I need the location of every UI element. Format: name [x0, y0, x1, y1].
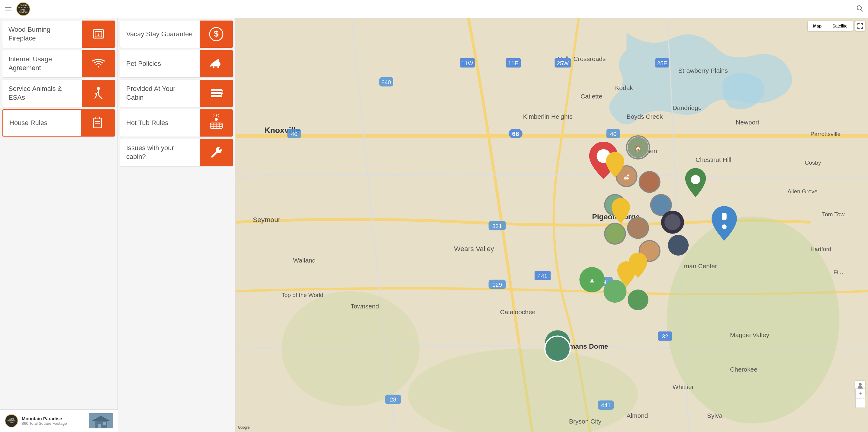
map-pin-photo-7[interactable] [604, 223, 625, 244]
svg-text:11W: 11W [462, 60, 473, 66]
cabin-card[interactable]: AUSTINMCBEAN'SCABIN Mountain Paradise 86… [0, 409, 118, 432]
zoom-in-button[interactable]: + [855, 389, 865, 398]
svg-text:640: 640 [381, 79, 391, 86]
svg-text:🏠: 🏠 [634, 145, 642, 152]
menu-item-label: Internet Usage Agreement [2, 50, 82, 78]
svg-text:Walland: Walland [293, 257, 316, 264]
map-pin-photo-6[interactable] [628, 217, 648, 238]
svg-text:40: 40 [610, 131, 616, 137]
menu-item-label: Vacay Stay Guarantee [120, 21, 199, 48]
zoom-out-button[interactable]: − [855, 398, 865, 408]
map-pin-green-2[interactable]: ▲ [579, 267, 604, 292]
map-zoom-controls: + − [855, 389, 865, 408]
left-panel: Wood Burning Fireplace Internet Usage Ag… [0, 18, 118, 432]
svg-text:Bryson City: Bryson City [569, 418, 601, 425]
svg-text:▲: ▲ [589, 276, 596, 284]
svg-point-20 [215, 118, 218, 121]
svg-text:Boyds Creek: Boyds Creek [626, 113, 663, 120]
svg-text:32: 32 [662, 333, 668, 340]
svg-point-107 [691, 175, 700, 184]
map-pin-green-6[interactable] [545, 336, 570, 361]
menu-item-label: Hot Tub Rules [120, 110, 199, 136]
svg-text:66: 66 [512, 130, 519, 137]
svg-text:Cosby: Cosby [805, 159, 821, 166]
svg-text:28: 28 [390, 396, 396, 403]
svg-text:Fi...: Fi... [834, 269, 843, 275]
svg-text:Almond: Almond [626, 412, 648, 419]
svg-point-104 [628, 217, 648, 238]
svg-text:321: 321 [492, 223, 502, 229]
svg-point-118 [668, 235, 689, 255]
cabin-card-info: Mountain Paradise 860 Total Square Foota… [22, 416, 85, 426]
map-fullscreen-button[interactable] [855, 21, 865, 31]
map-toggle-map[interactable]: Map [808, 21, 827, 31]
svg-point-119 [859, 383, 862, 386]
svg-text:Allen Grove: Allen Grove [787, 188, 817, 194]
wifi-icon [82, 50, 115, 78]
svg-rect-123 [98, 424, 101, 428]
svg-text:40: 40 [291, 131, 298, 137]
svg-text:🏕: 🏕 [624, 174, 630, 180]
cabin-card-subtitle: 860 Total Square Footage [22, 421, 85, 426]
right-area: Vacay Stay Guarantee $ Pet Policies [118, 18, 868, 432]
menu-item-hot-tub-rules[interactable]: Hot Tub Rules [120, 110, 233, 136]
svg-text:441: 441 [538, 273, 548, 279]
logo-container[interactable]: AUSTIN MCBEAN'S CABIN RENTALS [16, 2, 30, 16]
menu-item-label: Pet Policies [120, 50, 199, 78]
menu-item-service-animals-esas[interactable]: Service Animals & ESAs [2, 80, 115, 107]
cabin-card-logo: AUSTINMCBEAN'SCABIN [5, 414, 18, 428]
map-pin-photo-4[interactable] [639, 172, 660, 192]
menu-item-label: Service Animals & ESAs [2, 80, 82, 107]
menu-item-internet-usage-agreement[interactable]: Internet Usage Agreement [2, 50, 115, 78]
svg-text:Whittier: Whittier [673, 383, 694, 390]
map-panel: Knoxville Pigeon Forge Seymour Walland W… [236, 18, 868, 432]
map-background: Knoxville Pigeon Forge Seymour Walland W… [236, 18, 868, 432]
svg-text:Parrottsville: Parrottsville [811, 131, 840, 137]
menu-item-pet-policies[interactable]: Pet Policies [120, 50, 233, 78]
svg-text:11E: 11E [508, 60, 519, 66]
svg-text:Top of the World: Top of the World [281, 292, 323, 298]
svg-text:Hartford: Hartford [811, 246, 832, 252]
stack-icon [199, 80, 233, 107]
map-pin-photo-1[interactable]: 🏠 [626, 136, 649, 159]
menu-item-provided-at-your-cabin[interactable]: Provided At Your Cabin [120, 80, 233, 107]
cabin-card-image [89, 413, 113, 428]
dog-icon [199, 50, 233, 78]
svg-text:Dandridge: Dandridge [673, 104, 702, 111]
svg-point-110 [603, 280, 626, 303]
search-icon[interactable] [856, 4, 863, 13]
svg-text:Cataloochee: Cataloochee [500, 308, 536, 315]
map-pin-dark-1[interactable] [661, 211, 684, 234]
menu-item-wood-burning-fireplace[interactable]: Wood Burning Fireplace [2, 21, 115, 48]
svg-rect-124 [103, 422, 106, 425]
menu-item-issues-with-cabin[interactable]: Issues with your cabin? [120, 139, 233, 166]
wrench-icon [199, 139, 233, 166]
svg-point-102 [639, 172, 660, 192]
map-pin-green-3[interactable] [603, 280, 626, 303]
fireplace-icon [82, 21, 115, 48]
header-left: AUSTIN MCBEAN'S CABIN RENTALS [5, 2, 30, 16]
svg-point-117 [664, 214, 680, 230]
hamburger-menu-icon[interactable] [5, 7, 11, 11]
svg-text:Wears Valley: Wears Valley [454, 245, 494, 252]
menu-item-label: House Rules [3, 110, 81, 136]
menu-item-house-rules[interactable]: House Rules [2, 110, 115, 136]
app-header: AUSTIN MCBEAN'S CABIN RENTALS [0, 0, 868, 18]
map-pin-dark-2[interactable] [668, 235, 689, 255]
menu-item-vacay-stay-guarantee[interactable]: Vacay Stay Guarantee $ [120, 21, 233, 48]
svg-text:Cherokee: Cherokee [730, 366, 757, 373]
svg-point-115 [722, 224, 726, 229]
svg-point-105 [604, 223, 625, 244]
menu-item-label: Wood Burning Fireplace [2, 21, 82, 48]
google-logo: Google [238, 425, 250, 430]
svg-text:129: 129 [492, 282, 502, 288]
map-pin-green-4[interactable] [628, 289, 648, 310]
map-toggle-satellite[interactable]: Satellite [827, 21, 853, 31]
menu-item-label: Issues with your cabin? [120, 139, 199, 166]
svg-text:Strawberry Plains: Strawberry Plains [678, 67, 728, 74]
svg-text:Seymour: Seymour [253, 216, 281, 223]
svg-rect-18 [211, 92, 222, 94]
svg-text:25W: 25W [557, 60, 569, 66]
main-container: Wood Burning Fireplace Internet Usage Ag… [0, 18, 868, 432]
svg-text:man Center: man Center [684, 263, 717, 270]
